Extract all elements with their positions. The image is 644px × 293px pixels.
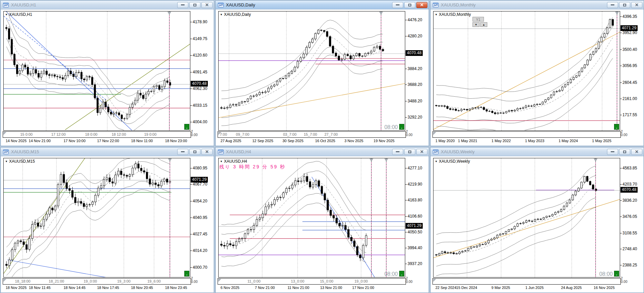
date-tick-label: 17 Nov 21:00 bbox=[352, 286, 374, 290]
chart-canvas[interactable] bbox=[433, 11, 620, 130]
close-button[interactable]: ✕ bbox=[416, 149, 427, 155]
restore-button[interactable] bbox=[189, 2, 200, 8]
window-titlebar[interactable]: XAUUSD,M15 ✕ bbox=[1, 148, 214, 156]
chart-content: ▼ XAUUSD,Daily - 08:00 4476.204280.20388… bbox=[216, 10, 428, 145]
symbol-label[interactable]: ▼ XAUUSD,Monthly bbox=[435, 12, 471, 17]
chart-canvas[interactable] bbox=[4, 158, 190, 277]
indicator-minimized-button[interactable]: - bbox=[399, 124, 404, 130]
minimize-button[interactable] bbox=[607, 149, 618, 155]
time-tick-label: 19_0:00 bbox=[354, 279, 368, 283]
minimize-button[interactable] bbox=[392, 149, 403, 155]
price-scale[interactable]: 4563.854203.703836.203476.053108.552748.… bbox=[620, 158, 644, 277]
restore-button[interactable] bbox=[189, 149, 200, 155]
chart-plot[interactable]: ▼ XAUUSD,Monthly - Y1▼▲ bbox=[433, 11, 620, 131]
window-titlebar[interactable]: XAUUSD,Daily ✕ bbox=[216, 1, 429, 9]
restore-button[interactable] bbox=[404, 149, 415, 155]
symbol-label[interactable]: ▼ XAUUSD,M15 bbox=[5, 159, 35, 164]
window-titlebar[interactable]: XAUUSD,H1 ✕ bbox=[1, 1, 214, 9]
indicator-minimized-button[interactable]: - bbox=[184, 124, 189, 130]
symbol-label[interactable]: ▼ XAUUSD,H4 bbox=[220, 159, 247, 164]
time-axis[interactable]: 11_0:0013_0:0015_0:0019_0:00 bbox=[218, 278, 406, 285]
price-tick-label: 2388.25 bbox=[622, 263, 637, 267]
time-tick-label: 11_0:00 bbox=[248, 279, 261, 283]
minimize-button[interactable] bbox=[177, 149, 188, 155]
time-axis[interactable] bbox=[432, 278, 621, 285]
restore-button[interactable] bbox=[404, 2, 415, 8]
minimize-button[interactable] bbox=[177, 2, 188, 8]
date-tick-label: 17 Nov 10:00 bbox=[64, 139, 85, 143]
time-tick-label: 17 12:00 bbox=[51, 132, 66, 136]
time-tick-label: 09_7:00 bbox=[236, 132, 250, 136]
window-titlebar[interactable]: XAUUSD,Monthly ✕ bbox=[430, 1, 644, 9]
restore-button[interactable] bbox=[619, 149, 630, 155]
date-axis: 18 Nov 202518 Nov 11:4518 Nov 14:4518 No… bbox=[3, 285, 190, 291]
minimize-button[interactable] bbox=[607, 2, 618, 8]
restore-button[interactable] bbox=[619, 2, 630, 8]
time-tick-label: 19 0:00 bbox=[144, 132, 157, 136]
symbol-label[interactable]: ▼ XAUUSD,Weekly bbox=[435, 159, 470, 164]
symbol-label[interactable]: ▼ XAUUSD,H1 bbox=[5, 12, 32, 17]
indicator-minimized-button[interactable]: - bbox=[614, 271, 619, 276]
price-scale[interactable]: 4080.954067.704054.204040.954027.454014.… bbox=[190, 158, 214, 277]
time-axis[interactable] bbox=[432, 131, 621, 138]
close-icon: ✕ bbox=[635, 3, 639, 7]
window-titlebar[interactable]: XAUUSD,Weekly ✕ bbox=[430, 148, 644, 156]
time-axis[interactable]: 15 0:0017 12:0018 0:0018 12:0019 0:00 bbox=[3, 131, 191, 138]
price-scale[interactable]: 4396.353952.903500.403056.952604.452161.… bbox=[620, 11, 644, 130]
chart-icon bbox=[218, 3, 224, 7]
close-button[interactable]: ✕ bbox=[201, 2, 213, 8]
close-button[interactable]: ✕ bbox=[631, 149, 642, 155]
window-title: XAUUSD,Daily bbox=[226, 2, 391, 7]
date-tick-label: 14 Nov 2025 bbox=[6, 139, 27, 143]
date-tick-label: 12 Sep 2025 bbox=[252, 139, 273, 143]
chart-plot[interactable]: ▼ XAUUSD,Daily - 08:00 bbox=[218, 11, 405, 131]
price-scale[interactable]: 4277.104219.904163.804106.604050.503994.… bbox=[405, 158, 429, 277]
chart-window: XAUUSD,H4 ✕ ▼ XAUUSD,H4 - 残り 3 時間 29 分 5… bbox=[215, 147, 429, 293]
current-price-badge: 4070.48 bbox=[191, 81, 208, 87]
price-tick-label: 4091.45 bbox=[193, 70, 207, 74]
current-price-badge: 4070.48 bbox=[620, 187, 638, 193]
price-tick-label: 4120.60 bbox=[193, 53, 207, 58]
indicator-minimized-button[interactable]: - bbox=[184, 271, 189, 276]
chart-plot[interactable]: ▼ XAUUSD,H4 - 残り 3 時間 29 分 59 秒08:00 bbox=[218, 158, 405, 278]
date-tick-label: 18 Nov 2025 bbox=[6, 286, 27, 290]
volume-scale-label: 0.00 bbox=[621, 133, 627, 137]
chart-icon bbox=[3, 150, 9, 154]
price-tick-label: 1717.55 bbox=[622, 112, 637, 117]
window-titlebar[interactable]: XAUUSD,H4 ✕ bbox=[216, 148, 429, 156]
date-tick-label: 1 Jun 2025 bbox=[525, 286, 543, 290]
symbol-label-text: XAUUSD,H1 bbox=[9, 12, 32, 17]
time-axis[interactable]: 7:0009_7:0003_7:0015_7:0027_7:00 bbox=[218, 131, 406, 138]
indicator-minimized-button[interactable]: - bbox=[614, 124, 619, 130]
close-button[interactable]: ✕ bbox=[201, 149, 213, 155]
date-axis: 14 Nov 202514 Nov 21:0017 Nov 10:0017 No… bbox=[3, 138, 190, 144]
symbol-label[interactable]: ▼ XAUUSD,Daily bbox=[220, 12, 251, 17]
close-icon: ✕ bbox=[420, 3, 424, 7]
minimize-icon bbox=[611, 151, 614, 152]
price-tick-label: 2604.45 bbox=[622, 80, 637, 85]
chart-canvas[interactable] bbox=[219, 158, 405, 277]
time-axis[interactable]: 18_18:0018_21:0019_0:0019_3:0019_6:00 bbox=[3, 278, 191, 285]
price-scale[interactable]: 4178.904149.754120.604091.454062.304033.… bbox=[190, 11, 214, 130]
minimize-button[interactable] bbox=[392, 2, 403, 8]
time-tick-label: 18 12:00 bbox=[112, 132, 126, 136]
chart-plot[interactable]: ▼ XAUUSD,Weekly - 08:00 bbox=[433, 158, 620, 278]
chart-canvas[interactable] bbox=[219, 11, 405, 130]
price-scale[interactable]: 4476.204280.203884.203688.203488.203292.… bbox=[405, 11, 429, 130]
close-button[interactable]: ✕ bbox=[416, 2, 427, 8]
price-tick-label: 3056.95 bbox=[622, 63, 637, 68]
y1-up-button[interactable]: ▲ bbox=[480, 22, 487, 27]
chart-canvas[interactable] bbox=[433, 158, 620, 277]
price-tick-label: 4027.45 bbox=[193, 232, 207, 236]
chart-window: XAUUSD,M15 ✕ ▼ XAUUSD,M15 - 4080.954067.… bbox=[0, 147, 214, 293]
chart-plot[interactable]: ▼ XAUUSD,M15 - bbox=[3, 158, 190, 278]
chart-content: ▼ XAUUSD,Weekly - 08:00 4563.854203.7038… bbox=[431, 157, 643, 292]
chart-canvas[interactable] bbox=[4, 11, 190, 130]
chart-plot[interactable]: ▼ XAUUSD,H1 - bbox=[3, 11, 190, 131]
close-button[interactable]: ✕ bbox=[631, 2, 642, 8]
indicator-minimized-button[interactable]: - bbox=[399, 271, 404, 276]
date-tick-label: 1 May 2020 bbox=[435, 139, 455, 143]
price-tick-label: 4396.35 bbox=[622, 14, 637, 19]
window-controls: ✕ bbox=[606, 149, 642, 155]
y1-down-button[interactable]: ▼ bbox=[472, 22, 480, 27]
